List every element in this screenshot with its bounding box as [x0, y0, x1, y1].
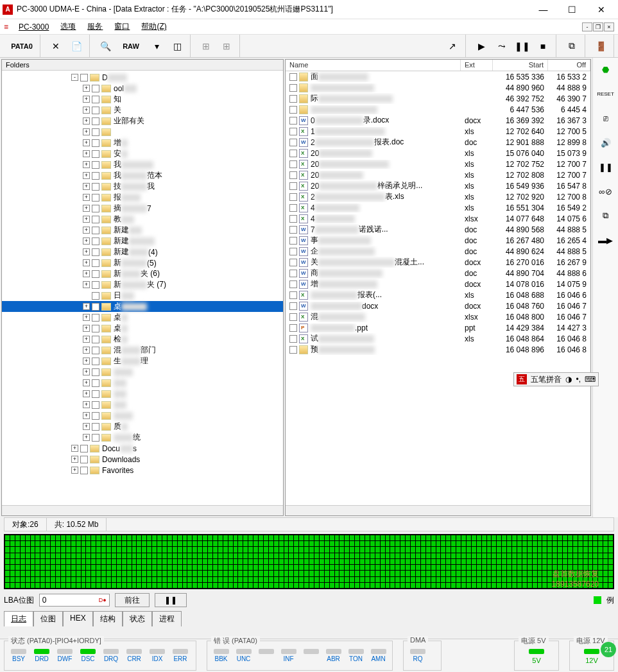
table-row[interactable]: 0录.docxdocx16 369 39216 367 3 [286, 115, 590, 126]
checkbox[interactable] [92, 139, 99, 147]
expand-icon[interactable]: + [83, 347, 90, 354]
checkbox[interactable] [92, 194, 99, 202]
table-row[interactable]: 预16 048 89616 046 8 [286, 344, 590, 355]
table-row[interactable]: 混xlsx16 048 80016 046 7 [286, 311, 590, 322]
pause-icon[interactable]: ❚❚ [513, 37, 531, 55]
table-row[interactable]: .pptppt14 429 38414 427 3 [286, 322, 590, 333]
checkbox[interactable] [92, 128, 99, 136]
table-row[interactable]: docxdocx16 048 76016 046 7 [286, 300, 590, 311]
tree-row[interactable]: +生理 [2, 356, 283, 366]
expand-icon[interactable]: + [83, 434, 90, 441]
tree-row[interactable]: +知 [2, 94, 283, 105]
expand-icon[interactable]: + [83, 368, 90, 375]
checkbox[interactable] [92, 434, 99, 442]
tree-row[interactable]: + [2, 126, 283, 137]
checkbox[interactable] [289, 139, 297, 146]
stop-icon[interactable]: ■ [534, 37, 552, 55]
table-row[interactable]: 6 447 5366 445 4 [286, 104, 590, 115]
table-row[interactable]: 报表(...xls16 048 68816 046 6 [286, 289, 590, 300]
tree-row[interactable]: +新夹 (7) [2, 279, 283, 290]
close-button[interactable]: ✕ [587, 0, 615, 19]
tree-row[interactable]: +桌 [2, 323, 283, 334]
table-row[interactable]: 事doc16 267 48016 265 4 [286, 235, 590, 246]
checkbox[interactable] [92, 401, 99, 409]
tree-row[interactable]: + [2, 410, 283, 421]
tree-row[interactable]: +新建 [2, 225, 283, 236]
checkbox[interactable] [92, 423, 99, 431]
expand-icon[interactable]: + [83, 183, 90, 190]
checkbox[interactable] [92, 150, 99, 158]
tree-row[interactable]: +教 [2, 214, 283, 225]
expand-icon[interactable]: - [71, 74, 78, 81]
grid-hscroll[interactable] [286, 505, 590, 515]
raw-button[interactable]: RAW [117, 37, 145, 55]
tab-4[interactable]: 状态 [123, 611, 152, 626]
tree-row[interactable]: +Downloads [2, 454, 283, 465]
expand-icon[interactable]: + [83, 96, 90, 103]
checkbox[interactable] [289, 150, 297, 157]
tree-row[interactable]: +统 [2, 432, 283, 443]
checkbox[interactable] [289, 215, 297, 223]
checkbox[interactable] [92, 314, 99, 322]
checkbox[interactable] [92, 205, 99, 212]
tree-row[interactable]: +Docus [2, 443, 283, 454]
checkbox[interactable] [92, 172, 99, 180]
table-row[interactable]: 2报表.docdoc12 901 88812 899 8 [286, 137, 590, 148]
expand-icon[interactable]: + [83, 303, 90, 310]
col-off[interactable]: Off [548, 60, 590, 71]
checkbox[interactable] [92, 270, 99, 278]
expand-icon[interactable]: + [83, 107, 90, 114]
checkbox[interactable] [92, 117, 99, 125]
tree-row[interactable]: +摘7 [2, 203, 283, 214]
step-icon[interactable]: ⤳ [493, 37, 511, 55]
expand-icon[interactable] [83, 292, 90, 299]
tree1-icon[interactable]: ⊞ [197, 37, 215, 55]
ime-dot-icon[interactable]: •, [576, 375, 581, 384]
expand-icon[interactable]: + [83, 358, 90, 365]
checkbox[interactable] [289, 193, 297, 201]
checkbox[interactable] [92, 85, 99, 92]
checkbox[interactable] [289, 335, 297, 343]
container-icon[interactable]: ◫ [168, 37, 186, 55]
pata-button[interactable]: PATA0 [8, 37, 36, 55]
checkbox[interactable] [92, 227, 99, 234]
table-row[interactable]: 商doc44 890 70444 888 6 [286, 268, 590, 279]
expand-icon[interactable]: + [83, 172, 90, 179]
table-row[interactable]: 关混凝土...docx16 270 01616 267 9 [286, 257, 590, 268]
checkbox[interactable] [92, 216, 99, 223]
ime-keyboard-icon[interactable]: ⌨ [585, 375, 596, 384]
expand-icon[interactable]: + [83, 128, 90, 135]
tree-row[interactable]: +新建(4) [2, 246, 283, 257]
expand-icon[interactable]: + [83, 117, 90, 125]
reset-icon[interactable]: RESET [597, 86, 615, 101]
expand-icon[interactable]: + [83, 139, 90, 146]
checkbox[interactable] [289, 313, 297, 321]
tree-row[interactable]: +新建 [2, 236, 283, 246]
col-name[interactable]: Name [286, 60, 461, 71]
table-row[interactable]: 试xls16 048 86416 046 8 [286, 333, 590, 344]
expand-icon[interactable]: + [83, 227, 90, 234]
tree-row[interactable]: +技我 [2, 181, 283, 192]
mdi-close[interactable]: × [604, 22, 614, 31]
tree-row[interactable]: + [2, 377, 283, 388]
tree-row[interactable]: +我 [2, 159, 283, 170]
expand-icon[interactable]: + [83, 150, 90, 157]
table-row[interactable]: 20xls15 076 04015 073 9 [286, 148, 590, 159]
expand-icon[interactable]: + [83, 412, 90, 419]
table-row[interactable]: 企doc44 890 62444 888 5 [286, 246, 590, 257]
play-icon[interactable]: ▶ [472, 37, 490, 55]
checkbox[interactable] [289, 270, 297, 277]
table-row[interactable]: 4xlsx14 077 64814 075 6 [286, 213, 590, 224]
checkbox[interactable] [289, 171, 297, 179]
checkbox[interactable] [92, 303, 99, 311]
funnel-icon[interactable]: ▾ [148, 37, 166, 55]
expand-icon[interactable]: + [71, 445, 78, 452]
folder-tree[interactable]: -D+ool+知+关+业部有关++增+安+我+我范本+技我+报+摘7+教+新建+… [2, 71, 283, 505]
checkbox[interactable] [289, 226, 297, 234]
expand-icon[interactable]: + [83, 379, 90, 386]
checkbox[interactable] [92, 259, 99, 267]
pause3-button[interactable]: ❚❚ [155, 593, 187, 607]
expand-icon[interactable]: + [83, 205, 90, 212]
tree-row[interactable]: +检 [2, 334, 283, 345]
expand-icon[interactable]: + [83, 85, 90, 92]
